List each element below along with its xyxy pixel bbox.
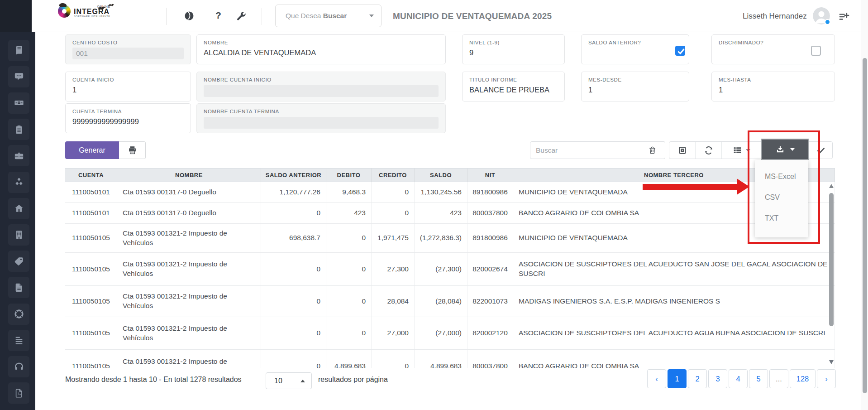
column-header-credito[interactable]: CREDITO <box>372 169 415 182</box>
mes-hasta-value: 1 <box>719 86 828 94</box>
sidebar-item-lifebuoy[interactable] <box>8 304 29 325</box>
page-title: MUNICIPIO DE VENTAQUEMADA 2025 <box>393 0 552 32</box>
sidebar-item-clipboard[interactable] <box>8 119 29 140</box>
tools-button[interactable] <box>236 10 247 21</box>
select-rows-button[interactable] <box>669 142 696 159</box>
sidebar-item-banknote[interactable] <box>8 92 29 114</box>
table-row[interactable]: 1110050105Cta 01593 001321-2 Impuesto de… <box>65 224 835 253</box>
mes-desde-field[interactable]: MES-DESDE 1 <box>581 72 689 101</box>
cuenta-termina-field[interactable]: CUENTA TERMINA 9999999999999999 <box>65 103 191 133</box>
generar-button[interactable]: Generar <box>65 141 119 159</box>
sidebar-item-document[interactable] <box>8 277 29 298</box>
cuenta-inicio-field[interactable]: CUENTA INICIO 1 <box>65 72 191 101</box>
cell-saldo: (1,272,836.3) <box>415 224 467 252</box>
table-row[interactable]: 1110050101Cta 01593 001317-0 Deguello1,1… <box>65 182 835 203</box>
cell-saldo-anterior: 0 <box>261 350 326 368</box>
table-row[interactable]: 1110050101Cta 01593 001317-0 Deguello042… <box>65 203 835 224</box>
discriminado-checkbox[interactable] <box>811 46 821 56</box>
nivel-field[interactable]: NIVEL (1-9) 9 <box>462 34 565 64</box>
sidebar-item-book[interactable] <box>8 40 29 61</box>
cell-credito: 1,971,475 <box>372 224 415 252</box>
cell-debito: 9,468.3 <box>326 182 372 202</box>
column-header-saldo-anterior[interactable]: SALDO ANTERIOR <box>261 169 326 182</box>
cell-saldo-anterior: 698,638.7 <box>261 224 326 252</box>
globe-button[interactable] <box>184 10 195 21</box>
pagination-page-2[interactable]: 2 <box>688 369 707 388</box>
column-header-saldo[interactable]: SALDO <box>415 169 467 182</box>
pagination-page-128[interactable]: 128 <box>790 369 816 388</box>
pagination-page-3[interactable]: 3 <box>708 369 727 388</box>
cell-nit: 820002120 <box>467 317 513 349</box>
nombre-cuenta-termina-input[interactable] <box>204 117 439 129</box>
export-option-ms-excel[interactable]: MS-Excel <box>755 166 808 187</box>
mes-desde-value: 1 <box>588 86 682 94</box>
table-row[interactable]: 1110050105Cta 01593 001321-2 Impuesto de… <box>65 286 835 317</box>
lifebuoy-icon <box>14 309 24 319</box>
help-button[interactable]: ? <box>215 10 221 21</box>
refresh-button[interactable] <box>696 142 722 159</box>
pagination-page-4[interactable]: 4 <box>729 369 748 388</box>
add-user-button[interactable] <box>838 10 850 22</box>
apply-button[interactable] <box>809 142 832 159</box>
export-dropdown-button[interactable] <box>761 139 809 160</box>
cubes-icon <box>14 177 24 187</box>
pagination-page-1[interactable]: 1 <box>668 369 687 388</box>
clipboard-icon <box>14 125 24 135</box>
app-logo[interactable]: ONLINE INTEGRA SOFTWARE INTELIGENTE <box>58 5 110 18</box>
mes-hasta-field[interactable]: MES-HASTA 1 <box>711 72 835 101</box>
sidebar-item-chat[interactable] <box>8 66 29 87</box>
column-header-cuenta[interactable]: CUENTA <box>65 169 117 182</box>
sidebar-item-cubes[interactable] <box>8 172 29 193</box>
export-option-txt[interactable]: TXT <box>755 208 808 229</box>
pagination-ellipsis: ... <box>769 369 788 388</box>
cell-credito: 28,084 <box>372 286 415 317</box>
print-button[interactable] <box>119 141 146 159</box>
column-header-nombre[interactable]: NOMBRE <box>117 169 261 182</box>
pagination-next[interactable]: › <box>817 369 836 388</box>
nombre-cuenta-termina-label: NOMBRE CUENTA TERMINA <box>204 109 439 114</box>
table-search-input[interactable] <box>530 141 640 159</box>
table-scroll-up-icon[interactable] <box>829 184 834 188</box>
cell-saldo-anterior: 0 <box>261 253 326 285</box>
export-option-csv[interactable]: CSV <box>755 187 808 208</box>
column-header-nit[interactable]: NIT <box>467 169 513 182</box>
nombre-cuenta-inicio-field: NOMBRE CUENTA INICIO <box>196 72 446 101</box>
cell-saldo: 4,899,683 <box>415 350 467 368</box>
page-scrollbar-track[interactable] <box>861 0 868 410</box>
sidebar-item-tag[interactable] <box>8 251 29 272</box>
global-search-dropdown[interactable]: Que Desea Buscar <box>275 5 382 27</box>
cell-saldo: 1,130,245.56 <box>415 182 467 202</box>
nombre-field[interactable]: NOMBRE ALCALDIA DE VENTAQUEMADA <box>196 34 446 64</box>
sidebar-item-headset[interactable] <box>8 356 29 377</box>
table-row[interactable]: 1110050105Cta 01593 001321-2 Impuesto de… <box>65 350 835 368</box>
saldo-anterior-checkbox[interactable] <box>675 46 685 56</box>
column-header-debito[interactable]: DEBITO <box>326 169 372 182</box>
global-search-label: Que Desea Buscar <box>286 12 347 20</box>
sidebar-item-pdf[interactable] <box>8 382 29 404</box>
columns-dropdown-button[interactable] <box>722 142 762 159</box>
briefcase-icon <box>14 151 24 161</box>
download-icon <box>776 145 785 154</box>
pagination-page-5[interactable]: 5 <box>749 369 768 388</box>
page-scrollbar-thumb[interactable] <box>863 58 867 393</box>
table-row[interactable]: 1110050105Cta 01593 001321-2 Impuesto de… <box>65 317 835 350</box>
cell-saldo: (27,000) <box>415 317 467 349</box>
titulo-informe-field[interactable]: TITULO INFORME BALANCE DE PRUEBA <box>462 72 565 101</box>
clear-search-button[interactable] <box>640 141 665 159</box>
sidebar-item-briefcase[interactable] <box>8 145 29 166</box>
cell-nit: 800037800 <box>467 350 513 368</box>
table-row[interactable]: 1110050105Cta 01593 001321-2 Impuesto de… <box>65 253 835 286</box>
table-scrollbar[interactable] <box>829 193 834 326</box>
per-page-select[interactable]: 10 <box>266 372 312 389</box>
cell-debito: 423 <box>326 203 372 223</box>
per-page-value: 10 <box>274 377 282 385</box>
centro-costo-input[interactable]: 001 <box>72 48 184 59</box>
sidebar-item-home[interactable] <box>8 198 29 219</box>
nombre-cuenta-inicio-input[interactable] <box>204 85 439 97</box>
table-scroll-down-icon[interactable] <box>829 360 834 364</box>
titulo-informe-value: BALANCE DE PRUEBA <box>469 86 558 94</box>
sidebar-item-list[interactable] <box>8 330 29 351</box>
sidebar-item-building[interactable] <box>8 224 29 246</box>
pagination-prev[interactable]: ‹ <box>647 369 666 388</box>
user-name: Lisseth Hernandez <box>743 0 807 32</box>
